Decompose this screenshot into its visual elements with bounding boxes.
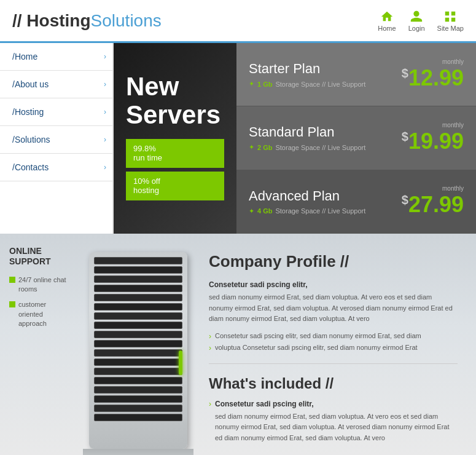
company-bullet-1: › Consetetur sadi pscing elitr, sed diam… — [209, 332, 458, 341]
company-profile-body: sed diam nonumy eirmod Erat, sed diam vo… — [209, 292, 458, 325]
starter-monthly: monthly — [402, 58, 464, 65]
hero-left: New Servers 99.8% run time 10% off hosti… — [114, 43, 236, 234]
plans-container: Starter Plan ✦ 1 Gb Storage Space // Liv… — [236, 43, 476, 234]
support-bullet-2 — [9, 301, 15, 307]
starter-price: $12.99 — [402, 65, 464, 91]
sitemap-label: Site Map — [437, 25, 464, 32]
bullet-arrow-2: › — [209, 344, 211, 352]
login-label: Login — [408, 25, 425, 32]
sidebar-item-contacts[interactable]: /Contacts › — [0, 154, 112, 181]
server-image-container — [74, 234, 203, 455]
online-support-title: ONLINE SUPPORT — [9, 246, 71, 267]
support-bullet-1 — [9, 277, 15, 283]
sidebar: /Home › /About us › /Hosting › /Solution… — [0, 43, 114, 234]
sidebar-arrow-hosting: › — [104, 108, 106, 116]
bullet-arrow-1: › — [209, 332, 211, 341]
standard-plan-name: Standard Plan — [249, 124, 365, 140]
hero-badge-runtime: 99.8% run time — [126, 139, 224, 168]
sidebar-home-label: /Home — [12, 52, 37, 61]
content-section: ONLINE SUPPORT 24/7 online chat rooms cu… — [0, 234, 476, 455]
wi-body: sed diam nonumy eirmod Erat, sed diam vo… — [215, 411, 458, 444]
support-customer-label: customer oriented approach — [18, 300, 71, 328]
sidebar-arrow-contacts: › — [104, 163, 106, 172]
company-bullet-2-text: voluptua Consetetur sadi pscing elitr, s… — [215, 344, 418, 351]
sidebar-item-about[interactable]: /About us › — [0, 71, 112, 98]
sidebar-arrow-home: › — [104, 52, 106, 61]
hero-section: New Servers 99.8% run time 10% off hosti… — [114, 43, 476, 234]
logo-hosting: Hosting — [26, 11, 90, 30]
sidebar-item-hosting[interactable]: /Hosting › — [0, 98, 112, 126]
hero-badge-discount: 10% off hosting — [126, 172, 224, 200]
starter-plan-name: Starter Plan — [249, 61, 365, 77]
sitemap-nav[interactable]: Site Map — [437, 10, 464, 32]
server-base — [83, 449, 193, 455]
whats-included-bullet: › Consetetur sadi pscing elitr, sed diam… — [209, 400, 458, 451]
home-nav[interactable]: Home — [378, 10, 396, 32]
sidebar-item-solutions[interactable]: /Solutions › — [0, 126, 112, 154]
standard-price: $19.99 — [402, 129, 464, 154]
hero-badge2-sub: hosting — [133, 186, 217, 196]
home-label: Home — [378, 25, 396, 32]
standard-plan[interactable]: Standard Plan ✦ 2 Gb Storage Space // Li… — [236, 106, 476, 170]
logo-prefix: // — [12, 11, 26, 30]
hero-title-line2: Servers — [126, 100, 220, 129]
sidebar-arrow-about: › — [104, 80, 106, 89]
company-bullet-1-text: Consetetur sadi pscing elitr, sed diam n… — [215, 332, 421, 339]
hero-badge2-main: 10% off — [133, 176, 217, 186]
support-chat-label: 24/7 online chat rooms — [18, 275, 71, 295]
company-profile-heading: Company Profile // — [209, 252, 458, 271]
support-item-customer: customer oriented approach — [9, 300, 71, 328]
whats-included-heading: What's included // — [209, 375, 458, 392]
person-icon — [410, 10, 423, 23]
main-layout: /Home › /About us › /Hosting › /Solution… — [0, 43, 476, 234]
server-visual — [89, 252, 187, 449]
sidebar-about-label: /About us — [12, 79, 49, 89]
company-profile-bold: Consetetur sadi pscing elitr, — [209, 280, 458, 289]
login-nav[interactable]: Login — [408, 10, 425, 32]
wi-bold: Consetetur sadi pscing elitr, — [215, 400, 458, 408]
starter-plan[interactable]: Starter Plan ✦ 1 Gb Storage Space // Liv… — [236, 43, 476, 106]
advanced-plan-features: ✦ 4 Gb Storage Space // Live Support — [249, 207, 365, 215]
content-divider — [209, 363, 458, 364]
advanced-price: $27.99 — [402, 192, 464, 218]
sidebar-contacts-label: /Contacts — [12, 162, 49, 172]
starter-plan-features: ✦ 1 Gb Storage Space // Live Support — [249, 80, 365, 88]
wi-bullet-arrow: › — [209, 400, 211, 408]
advanced-monthly: monthly — [402, 185, 464, 192]
standard-plan-features: ✦ 2 Gb Storage Space // Live Support — [249, 143, 365, 151]
advanced-plan[interactable]: Advanced Plan ✦ 4 Gb Storage Space // Li… — [236, 170, 476, 234]
grid-icon — [443, 10, 457, 23]
support-item-chat: 24/7 online chat rooms — [9, 275, 71, 295]
standard-monthly: monthly — [402, 122, 464, 129]
hero-title: New Servers — [126, 73, 224, 129]
top-nav: Home Login Site Map — [378, 10, 464, 32]
hero-badge1-sub: run time — [133, 153, 217, 163]
online-support-panel: ONLINE SUPPORT 24/7 online chat rooms cu… — [0, 234, 74, 455]
sidebar-item-home[interactable]: /Home › — [0, 43, 112, 71]
company-bullet-2: › voluptua Consetetur sadi pscing elitr,… — [209, 344, 458, 352]
sidebar-arrow-solutions: › — [104, 135, 106, 144]
hero-badge1-main: 99.8% — [133, 144, 217, 154]
advanced-plan-name: Advanced Plan — [249, 188, 365, 204]
header: // HostingSolutions Home Login Site Map — [0, 0, 476, 43]
hero-title-line1: New — [126, 72, 179, 101]
server-light — [179, 350, 182, 375]
sidebar-solutions-label: /Solutions — [12, 135, 50, 144]
content-text: Company Profile // Consetetur sadi pscin… — [203, 234, 476, 455]
sidebar-hosting-label: /Hosting — [12, 107, 44, 117]
house-icon — [380, 10, 394, 23]
logo: // HostingSolutions — [12, 11, 162, 31]
logo-solutions: Solutions — [91, 11, 162, 30]
